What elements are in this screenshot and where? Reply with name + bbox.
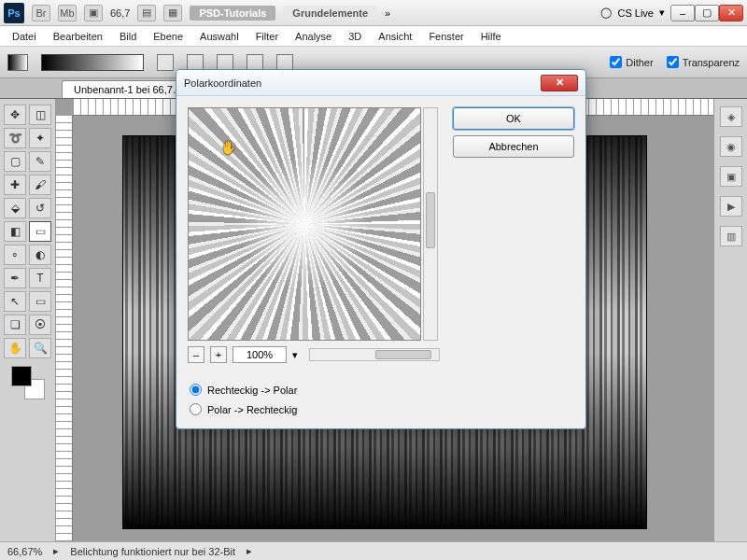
zoom-dropdown-icon[interactable]: ▾	[292, 349, 298, 361]
transparenz-checkbox[interactable]: Transparenz	[667, 56, 740, 68]
option-rect-to-polar[interactable]: Rechteckig -> Polar	[190, 384, 572, 396]
menu-ansicht[interactable]: Ansicht	[372, 28, 418, 45]
window-minimize-button[interactable]: –	[670, 5, 695, 21]
gradient-tool[interactable]: ▭	[29, 221, 51, 242]
workspace-tab-grundelemente[interactable]: Grundelemente	[283, 6, 377, 21]
menu-3d[interactable]: 3D	[342, 28, 368, 45]
polar-coordinates-dialog: Polarkoordinaten ✕ ✋ – + 100% ▾ OK Abbre…	[176, 69, 586, 429]
gradient-reflected-icon[interactable]	[247, 54, 263, 71]
hand-tool[interactable]: ✋	[4, 338, 26, 358]
color-panel-icon[interactable]: ◉	[720, 136, 742, 157]
screen-mode-icon[interactable]: ▣	[84, 5, 103, 21]
gradient-angle-icon[interactable]	[217, 54, 233, 71]
preview-zoom-value[interactable]: 100%	[233, 346, 287, 363]
status-play-icon[interactable]: ▸	[53, 545, 59, 557]
crop-tool[interactable]: ▢	[4, 151, 26, 172]
dodge-tool[interactable]: ◐	[29, 245, 51, 265]
cslive-icon[interactable]: ◯	[600, 7, 612, 19]
tool-preset-icon[interactable]	[7, 54, 28, 71]
conversion-options: Rechteckig -> Polar Polar -> Rechteckig	[176, 374, 585, 428]
layers-panel-icon[interactable]: ◈	[720, 106, 742, 127]
filter-preview[interactable]: ✋	[188, 107, 421, 341]
app-zoom-value: 66,7	[110, 7, 130, 19]
ok-button[interactable]: OK	[453, 107, 574, 130]
dialog-titlebar[interactable]: Polarkoordinaten ✕	[176, 70, 585, 96]
type-tool[interactable]: T	[29, 268, 51, 288]
workspace-more-icon[interactable]: »	[385, 7, 390, 19]
foreground-color[interactable]	[11, 366, 32, 386]
extras-icon[interactable]: ▦	[163, 5, 182, 21]
history-panel-icon[interactable]: ▶	[720, 196, 742, 217]
menu-bild[interactable]: Bild	[113, 28, 143, 45]
app-bar: Ps Br Mb ▣ 66,7 ▤ ▦ PSD-Tutorials Grunde…	[0, 0, 747, 26]
preview-horizontal-scrollbar[interactable]	[309, 348, 440, 361]
status-bar: 66,67% ▸ Belichtung funktioniert nur bei…	[0, 541, 747, 560]
dialog-title: Polarkoordinaten	[184, 77, 541, 89]
ruler-vertical[interactable]	[56, 116, 73, 541]
window-maximize-button[interactable]: ▢	[695, 5, 719, 21]
status-message: Belichtung funktioniert nur bei 32-Bit	[70, 546, 235, 557]
blur-tool[interactable]: ∘	[4, 245, 26, 265]
lasso-tool[interactable]: ➰	[4, 128, 26, 148]
zoom-out-button[interactable]: –	[188, 346, 204, 363]
minibridge-icon[interactable]: Mb	[58, 5, 77, 21]
menu-hilfe[interactable]: Hilfe	[474, 28, 508, 45]
menu-fenster[interactable]: Fenster	[422, 28, 470, 45]
zoom-tool[interactable]: 🔍	[29, 338, 51, 358]
right-panels: ◈ ◉ ▣ ▶ ▥	[713, 99, 747, 541]
menu-filter[interactable]: Filter	[249, 28, 285, 45]
app-logo: Ps	[4, 3, 24, 23]
gradient-diamond-icon[interactable]	[276, 54, 293, 71]
cancel-button[interactable]: Abbrechen	[453, 135, 574, 158]
paths-panel-icon[interactable]: ▥	[720, 226, 742, 246]
adjustments-panel-icon[interactable]: ▣	[720, 166, 742, 187]
preview-vertical-scrollbar[interactable]	[423, 107, 438, 341]
hand-cursor-icon: ✋	[220, 140, 236, 155]
menu-auswahl[interactable]: Auswahl	[193, 28, 246, 45]
history-brush-tool[interactable]: ↺	[29, 198, 51, 218]
brush-tool[interactable]: 🖌	[29, 175, 51, 195]
stamp-tool[interactable]: ⬙	[4, 198, 26, 218]
menu-ebene[interactable]: Ebene	[147, 28, 190, 45]
menu-bar: Datei Bearbeiten Bild Ebene Auswahl Filt…	[0, 26, 747, 47]
cslive-dropdown-icon[interactable]: ▾	[659, 7, 665, 19]
shape-tool[interactable]: ▭	[29, 291, 51, 312]
3d-tool[interactable]: ❏	[4, 315, 26, 335]
eraser-tool[interactable]: ◧	[4, 221, 26, 242]
zoom-in-button[interactable]: +	[210, 346, 227, 363]
bridge-icon[interactable]: Br	[32, 5, 50, 21]
path-tool[interactable]: ↖	[4, 291, 26, 312]
color-swatches[interactable]	[11, 366, 45, 399]
3d-camera-tool[interactable]: ⦿	[29, 315, 51, 335]
wand-tool[interactable]: ✦	[29, 128, 51, 148]
gradient-linear-icon[interactable]	[157, 54, 174, 71]
eyedropper-tool[interactable]: ✎	[29, 151, 51, 172]
dialog-close-button[interactable]: ✕	[541, 75, 578, 91]
workspace-tab-tutorials[interactable]: PSD-Tutorials	[190, 6, 275, 21]
move-tool[interactable]: ✥	[4, 105, 26, 125]
gradient-radial-icon[interactable]	[187, 54, 204, 71]
window-close-button[interactable]: ✕	[719, 5, 743, 21]
menu-bearbeiten[interactable]: Bearbeiten	[47, 28, 109, 45]
arrange-icon[interactable]: ▤	[137, 5, 156, 21]
pen-tool[interactable]: ✒	[4, 268, 26, 288]
heal-tool[interactable]: ✚	[4, 175, 26, 195]
menu-analyse[interactable]: Analyse	[289, 28, 338, 45]
tools-panel: ✥ ◫ ➰ ✦ ▢ ✎ ✚ 🖌 ⬙ ↺ ◧ ▭ ∘ ◐ ✒ T ↖ ▭ ❏ ⦿ …	[0, 99, 56, 541]
marquee-tool[interactable]: ◫	[29, 105, 51, 125]
option-polar-to-rect[interactable]: Polar -> Rechteckig	[190, 403, 572, 415]
menu-datei[interactable]: Datei	[6, 28, 43, 45]
status-more-icon[interactable]: ▸	[247, 545, 252, 557]
dither-checkbox[interactable]: Dither	[610, 56, 653, 68]
cslive-label[interactable]: CS Live	[617, 7, 654, 19]
gradient-picker[interactable]	[41, 54, 144, 71]
status-zoom[interactable]: 66,67%	[7, 546, 42, 557]
